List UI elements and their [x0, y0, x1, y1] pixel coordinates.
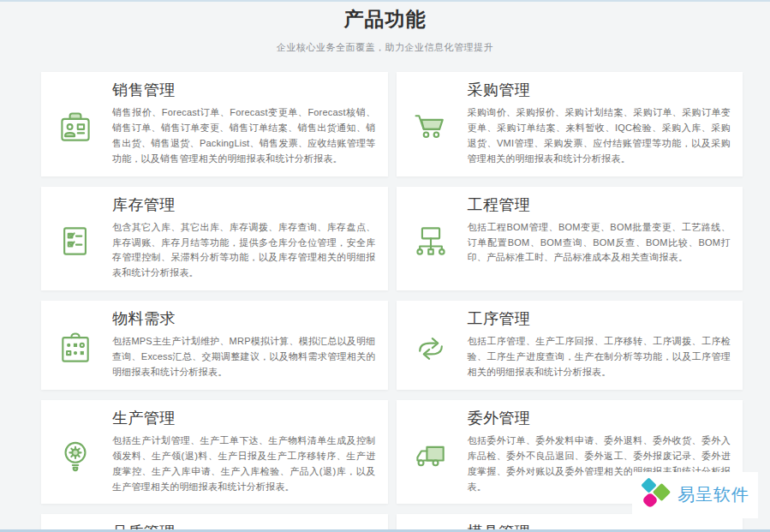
process-flow-icon	[411, 330, 451, 368]
page-header: 产品功能 企业核心业务全面覆盖，助力企业信息化管理提升	[0, 0, 770, 54]
card-title: 库存管理	[112, 194, 376, 215]
card-title: 工序管理	[468, 308, 731, 329]
vendor-logo-icon	[642, 479, 670, 510]
card-description: 包含其它入库、其它出库、库存调拨、库存查询、库存盘点、库存调账、库存月结等功能，…	[112, 220, 376, 281]
product-features-page: 产品功能 企业核心业务全面覆盖，助力企业信息化管理提升 销售管理 销售报价、Fo…	[0, 0, 770, 532]
card-production-management: 生产管理 包括生产计划管理、生产工单下达、生产物料清单生成及控制领发料、生产领(…	[41, 400, 388, 505]
card-sales-management: 销售管理 销售报价、Forecast订单、Forecast变更单、Forecas…	[41, 72, 388, 176]
card-description: 采购询价、采购报价、采购计划结案、采购订单、采购订单变更单、采购订单结案、来料暂…	[468, 105, 731, 166]
bulb-gear-icon	[56, 437, 95, 475]
card-title: 采购管理	[468, 80, 731, 100]
shopping-cart-icon	[411, 109, 451, 146]
card-title: 物料需求	[112, 308, 376, 329]
checklist-icon	[56, 223, 95, 260]
card-title: 生产管理	[112, 408, 376, 428]
card-engineering-management: 工程管理 包括工程BOM管理、BOM变更、BOM批量变更、工艺路线、订单配置BO…	[397, 187, 743, 291]
card-description: 包括MPS主生产计划维护、MRP模拟计算、模拟汇总以及明细查询、Excess汇总…	[112, 334, 376, 380]
vendor-watermark: 易呈软件	[632, 472, 758, 518]
card-title: 工程管理	[468, 194, 731, 215]
card-description: 包括生产计划管理、生产工单下达、生产物料清单生成及控制领发料、生产领(退)料、生…	[112, 433, 376, 494]
card-process-management: 工序管理 包括工序管理、生产工序回报、工序移转、工序调拨、工序检验、工序生产进度…	[397, 301, 743, 390]
truck-icon	[411, 437, 451, 475]
page-subtitle: 企业核心业务全面覆盖，助力企业信息化管理提升	[0, 41, 770, 54]
top-border-line	[0, 0, 770, 2]
page-title: 产品功能	[0, 6, 770, 33]
card-purchase-management: 采购管理 采购询价、采购报价、采购计划结案、采购订单、采购订单变更单、采购订单结…	[397, 72, 743, 176]
card-title: 委外管理	[468, 408, 731, 428]
id-badge-icon	[56, 109, 95, 146]
card-description: 包括工程BOM管理、BOM变更、BOM批量变更、工艺路线、订单配置BOM、BOM…	[468, 220, 731, 266]
calendar-icon	[56, 330, 95, 368]
card-material-requirements: 物料需求 包括MPS主生产计划维护、MRP模拟计算、模拟汇总以及明细查询、Exc…	[41, 301, 388, 390]
card-description: 销售报价、Forecast订单、Forecast变更单、Forecast核销、销…	[112, 105, 376, 166]
bom-tree-icon	[411, 223, 451, 260]
vendor-name: 易呈软件	[677, 483, 749, 506]
card-title: 销售管理	[112, 80, 376, 100]
card-inventory-management: 库存管理 包含其它入库、其它出库、库存调拨、库存查询、库存盘点、库存调账、库存月…	[41, 187, 388, 291]
feature-grid: 销售管理 销售报价、Forecast订单、Forecast变更单、Forecas…	[0, 72, 770, 532]
card-description: 包括工序管理、生产工序回报、工序移转、工序调拨、工序检验、工序生产进度查询，生产…	[468, 334, 731, 380]
